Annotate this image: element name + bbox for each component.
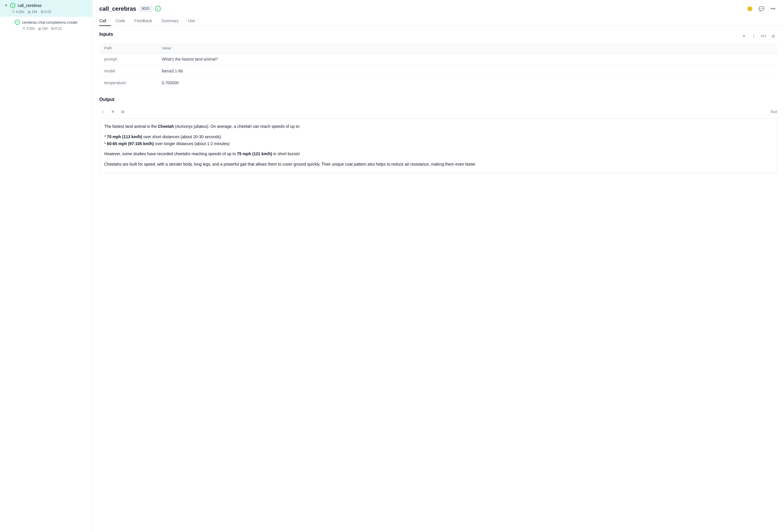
- status-success-icon-child: [15, 20, 20, 25]
- clock-icon: ⏱: [12, 10, 15, 13]
- parent-trace-name: call_cerebras: [18, 3, 41, 8]
- inputs-section: Inputs ≡ ↕ </> ⊘ Path Value prompt: [99, 32, 777, 89]
- tab-use[interactable]: Use: [183, 16, 200, 26]
- child-trace-tokens: ▤ 184: [38, 27, 48, 31]
- column-path: Path: [100, 43, 157, 53]
- child-trace-cost: $<0.01: [51, 27, 62, 31]
- emoji-icon[interactable]: 🙂: [746, 5, 754, 13]
- output-text-label: Text: [770, 110, 777, 114]
- title-actions: 🙂 💬 •••: [746, 5, 777, 13]
- right-panel: call_cerebras 9025 🙂 💬 ••• Call Code Fee…: [92, 0, 784, 532]
- output-paragraph: Cheetahs are built for speed, with a sle…: [104, 161, 772, 168]
- tab-code[interactable]: Code: [111, 16, 130, 26]
- main-content: Inputs ≡ ↕ </> ⊘ Path Value prompt: [92, 26, 784, 532]
- tab-summary[interactable]: Summary: [157, 16, 183, 26]
- inputs-section-title: Inputs: [99, 32, 113, 37]
- input-path: model: [100, 65, 157, 77]
- output-toolbar: ↕ ✳ ⧉ Text: [99, 108, 777, 115]
- right-header: call_cerebras 9025 🙂 💬 ••• Call Code Fee…: [92, 0, 784, 26]
- child-trace-time: ⏱ 3.00s: [22, 27, 35, 31]
- database-icon-child: ▤: [38, 27, 41, 31]
- output-asterisk-icon[interactable]: ✳: [109, 108, 117, 115]
- expand-icon[interactable]: ↕: [750, 32, 757, 40]
- input-value: 0.700000: [157, 77, 777, 89]
- table-row: prompt What's the fastest land animal?: [100, 53, 777, 65]
- hide-icon[interactable]: ⊘: [769, 32, 777, 40]
- inputs-toolbar: ≡ ↕ </> ⊘: [740, 32, 777, 40]
- child-trace-meta: ⏱ 3.00s ▤ 184 $<0.01: [15, 27, 89, 31]
- output-expand-icon[interactable]: ↕: [99, 108, 107, 115]
- child-trace-name: cerebras.chat.completions.create: [22, 20, 77, 25]
- parent-trace-time: ⏱ 4.00s: [12, 10, 24, 14]
- title-left: call_cerebras 9025: [99, 5, 161, 12]
- child-trace-item[interactable]: cerebras.chat.completions.create ⏱ 3.00s…: [0, 17, 92, 33]
- list-icon[interactable]: ≡: [740, 32, 748, 40]
- parent-trace-cost: $<0.01: [41, 10, 51, 14]
- title-row: call_cerebras 9025 🙂 💬 •••: [99, 5, 777, 13]
- input-value: llama3.1-8b: [157, 65, 777, 77]
- output-paragraph: The fastest land animal is the Cheetah (…: [104, 123, 772, 130]
- status-success-icon: [10, 3, 15, 8]
- inputs-header: Inputs ≡ ↕ </> ⊘: [99, 32, 777, 40]
- parent-trace-item[interactable]: ▼ call_cerebras ⏱ 4.00s ▤ 184 $<0.01: [0, 0, 92, 17]
- table-row: temperature 0.700000: [100, 77, 777, 89]
- table-row: model llama3.1-8b: [100, 65, 777, 77]
- output-section: Output ↕ ✳ ⧉ Text The fastest land anima…: [99, 97, 777, 173]
- output-paragraph: However, some studies have recorded chee…: [104, 151, 772, 157]
- tab-feedback[interactable]: Feedback: [130, 16, 157, 26]
- tab-call[interactable]: Call: [99, 16, 111, 26]
- parent-trace-meta: ⏱ 4.00s ▤ 184 $<0.01: [4, 10, 89, 14]
- output-header: Output: [99, 97, 777, 106]
- output-section-title: Output: [99, 97, 114, 102]
- status-badge-green: [155, 6, 161, 11]
- left-panel: ▼ call_cerebras ⏱ 4.00s ▤ 184 $<0.01 cer…: [0, 0, 92, 532]
- output-copy-icon[interactable]: ⧉: [119, 108, 127, 115]
- code-icon[interactable]: </>: [760, 32, 767, 40]
- input-path: temperature: [100, 77, 157, 89]
- chat-icon[interactable]: 💬: [757, 5, 765, 13]
- page-title: call_cerebras: [99, 5, 136, 12]
- input-value: What's the fastest land animal?: [157, 53, 777, 65]
- column-value: Value: [157, 43, 777, 53]
- chevron-down-icon[interactable]: ▼: [4, 3, 8, 7]
- more-options-icon[interactable]: •••: [769, 5, 777, 13]
- inputs-table: Path Value prompt What's the fastest lan…: [99, 43, 777, 89]
- trace-id-badge: 9025: [139, 6, 152, 11]
- database-icon: ▤: [28, 10, 31, 14]
- output-paragraph: * 70 mph (113 km/h) over short distances…: [104, 134, 772, 147]
- tab-bar: Call Code Feedback Summary Use: [99, 16, 777, 26]
- output-content-area: The fastest land animal is the Cheetah (…: [99, 118, 777, 173]
- clock-icon-child: ⏱: [22, 27, 25, 30]
- parent-trace-tokens: ▤ 184: [28, 10, 37, 14]
- input-path: prompt: [100, 53, 157, 65]
